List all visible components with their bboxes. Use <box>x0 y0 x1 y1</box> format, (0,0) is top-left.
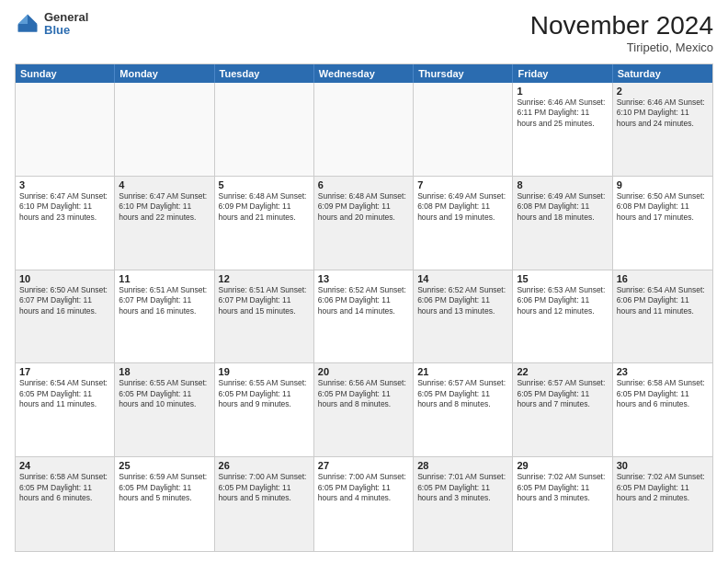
cal-cell: 28Sunrise: 7:01 AM Sunset: 6:05 PM Dayli… <box>414 457 513 551</box>
title-block: November 2024 Tiripetio, Mexico <box>530 11 713 54</box>
cal-cell: 27Sunrise: 7:00 AM Sunset: 6:05 PM Dayli… <box>314 457 414 551</box>
day-info: Sunrise: 6:51 AM Sunset: 6:07 PM Dayligh… <box>119 285 210 316</box>
cal-cell: 3Sunrise: 6:47 AM Sunset: 6:10 PM Daylig… <box>16 177 115 270</box>
day-number: 30 <box>617 460 709 471</box>
day-number: 1 <box>517 86 608 97</box>
cal-cell: 29Sunrise: 7:02 AM Sunset: 6:05 PM Dayli… <box>513 457 612 551</box>
day-info: Sunrise: 6:47 AM Sunset: 6:10 PM Dayligh… <box>119 191 210 223</box>
day-info: Sunrise: 6:53 AM Sunset: 6:06 PM Dayligh… <box>517 285 608 316</box>
cal-cell: 10Sunrise: 6:50 AM Sunset: 6:07 PM Dayli… <box>16 270 115 363</box>
day-number: 4 <box>119 179 210 190</box>
cal-cell <box>215 83 314 176</box>
day-number: 27 <box>318 460 409 471</box>
cal-cell <box>414 83 513 176</box>
cal-cell: 17Sunrise: 6:54 AM Sunset: 6:05 PM Dayli… <box>16 363 115 456</box>
cal-cell: 6Sunrise: 6:48 AM Sunset: 6:09 PM Daylig… <box>314 177 414 270</box>
day-info: Sunrise: 6:52 AM Sunset: 6:06 PM Dayligh… <box>318 285 409 316</box>
day-info: Sunrise: 6:49 AM Sunset: 6:08 PM Dayligh… <box>417 191 508 223</box>
day-number: 2 <box>617 86 709 97</box>
day-number: 15 <box>517 273 608 284</box>
cal-cell: 26Sunrise: 7:00 AM Sunset: 6:05 PM Dayli… <box>215 457 314 551</box>
day-info: Sunrise: 6:49 AM Sunset: 6:08 PM Dayligh… <box>517 191 608 223</box>
day-number: 28 <box>417 460 508 471</box>
day-info: Sunrise: 6:56 AM Sunset: 6:05 PM Dayligh… <box>318 378 409 409</box>
day-info: Sunrise: 7:02 AM Sunset: 6:05 PM Dayligh… <box>517 472 608 503</box>
day-number: 19 <box>219 366 310 377</box>
day-number: 9 <box>617 179 709 190</box>
day-number: 10 <box>19 273 110 284</box>
cal-cell: 16Sunrise: 6:54 AM Sunset: 6:06 PM Dayli… <box>613 270 712 363</box>
cal-cell: 7Sunrise: 6:49 AM Sunset: 6:08 PM Daylig… <box>414 177 513 270</box>
day-info: Sunrise: 6:47 AM Sunset: 6:10 PM Dayligh… <box>19 191 110 223</box>
day-number: 13 <box>318 273 409 284</box>
cal-cell: 13Sunrise: 6:52 AM Sunset: 6:06 PM Dayli… <box>314 270 414 363</box>
day-number: 29 <box>517 460 608 471</box>
weekday-header-saturday: Saturday <box>613 64 712 83</box>
logo-text: General Blue <box>44 11 88 38</box>
day-number: 22 <box>517 366 608 377</box>
day-number: 5 <box>219 179 310 190</box>
cal-row-0: 1Sunrise: 6:46 AM Sunset: 6:11 PM Daylig… <box>16 83 712 177</box>
day-info: Sunrise: 6:50 AM Sunset: 6:07 PM Dayligh… <box>19 285 110 316</box>
calendar: SundayMondayTuesdayWednesdayThursdayFrid… <box>15 63 713 552</box>
day-number: 21 <box>417 366 508 377</box>
cal-cell: 14Sunrise: 6:52 AM Sunset: 6:06 PM Dayli… <box>414 270 513 363</box>
day-info: Sunrise: 7:00 AM Sunset: 6:05 PM Dayligh… <box>219 472 310 503</box>
logo-icon <box>15 11 40 37</box>
logo: General Blue <box>15 11 88 38</box>
cal-cell: 15Sunrise: 6:53 AM Sunset: 6:06 PM Dayli… <box>513 270 612 363</box>
cal-row-4: 24Sunrise: 6:58 AM Sunset: 6:05 PM Dayli… <box>16 457 712 551</box>
cal-cell: 20Sunrise: 6:56 AM Sunset: 6:05 PM Dayli… <box>314 363 414 456</box>
day-number: 20 <box>318 366 409 377</box>
day-info: Sunrise: 6:52 AM Sunset: 6:06 PM Dayligh… <box>417 285 508 316</box>
cal-cell: 22Sunrise: 6:57 AM Sunset: 6:05 PM Dayli… <box>513 363 612 456</box>
cal-cell: 11Sunrise: 6:51 AM Sunset: 6:07 PM Dayli… <box>115 270 214 363</box>
day-info: Sunrise: 6:48 AM Sunset: 6:09 PM Dayligh… <box>318 191 409 223</box>
cal-cell: 9Sunrise: 6:50 AM Sunset: 6:08 PM Daylig… <box>613 177 712 270</box>
cal-cell: 19Sunrise: 6:55 AM Sunset: 6:05 PM Dayli… <box>215 363 314 456</box>
day-info: Sunrise: 6:58 AM Sunset: 6:05 PM Dayligh… <box>617 378 709 409</box>
day-number: 6 <box>318 179 409 190</box>
day-info: Sunrise: 6:51 AM Sunset: 6:07 PM Dayligh… <box>219 285 310 316</box>
weekday-header-monday: Monday <box>115 64 214 83</box>
day-number: 23 <box>617 366 709 377</box>
cal-cell: 23Sunrise: 6:58 AM Sunset: 6:05 PM Dayli… <box>613 363 712 456</box>
day-number: 24 <box>19 460 110 471</box>
cal-cell <box>115 83 214 176</box>
day-number: 16 <box>617 273 709 284</box>
day-number: 12 <box>219 273 310 284</box>
cal-row-2: 10Sunrise: 6:50 AM Sunset: 6:07 PM Dayli… <box>16 270 712 364</box>
svg-marker-1 <box>18 15 28 25</box>
day-info: Sunrise: 6:48 AM Sunset: 6:09 PM Dayligh… <box>219 191 310 223</box>
weekday-header-thursday: Thursday <box>414 64 513 83</box>
weekday-header-friday: Friday <box>513 64 612 83</box>
cal-cell: 25Sunrise: 6:59 AM Sunset: 6:05 PM Dayli… <box>115 457 214 551</box>
day-info: Sunrise: 7:02 AM Sunset: 6:05 PM Dayligh… <box>617 472 709 503</box>
cal-cell: 4Sunrise: 6:47 AM Sunset: 6:10 PM Daylig… <box>115 177 214 270</box>
day-info: Sunrise: 6:58 AM Sunset: 6:05 PM Dayligh… <box>19 472 110 503</box>
cal-cell: 2Sunrise: 6:46 AM Sunset: 6:10 PM Daylig… <box>613 83 712 176</box>
header: General Blue November 2024 Tiripetio, Me… <box>15 11 713 54</box>
day-info: Sunrise: 6:55 AM Sunset: 6:05 PM Dayligh… <box>119 378 210 409</box>
day-info: Sunrise: 6:57 AM Sunset: 6:05 PM Dayligh… <box>417 378 508 409</box>
cal-cell: 18Sunrise: 6:55 AM Sunset: 6:05 PM Dayli… <box>115 363 214 456</box>
svg-rect-2 <box>18 24 38 32</box>
day-info: Sunrise: 6:55 AM Sunset: 6:05 PM Dayligh… <box>219 378 310 409</box>
weekday-header-tuesday: Tuesday <box>215 64 314 83</box>
day-number: 11 <box>119 273 210 284</box>
day-info: Sunrise: 6:59 AM Sunset: 6:05 PM Dayligh… <box>119 472 210 503</box>
cal-cell: 24Sunrise: 6:58 AM Sunset: 6:05 PM Dayli… <box>16 457 115 551</box>
cal-cell <box>16 83 115 176</box>
location: Tiripetio, Mexico <box>530 40 713 54</box>
day-info: Sunrise: 6:54 AM Sunset: 6:06 PM Dayligh… <box>617 285 709 316</box>
svg-marker-0 <box>28 15 38 25</box>
day-number: 8 <box>517 179 608 190</box>
day-number: 17 <box>19 366 110 377</box>
cal-cell: 12Sunrise: 6:51 AM Sunset: 6:07 PM Dayli… <box>215 270 314 363</box>
cal-cell: 1Sunrise: 6:46 AM Sunset: 6:11 PM Daylig… <box>513 83 612 176</box>
logo-general: General <box>44 11 88 24</box>
weekday-header-wednesday: Wednesday <box>314 64 414 83</box>
month-title: November 2024 <box>530 11 713 40</box>
page: General Blue November 2024 Tiripetio, Me… <box>0 0 728 563</box>
day-number: 7 <box>417 179 508 190</box>
